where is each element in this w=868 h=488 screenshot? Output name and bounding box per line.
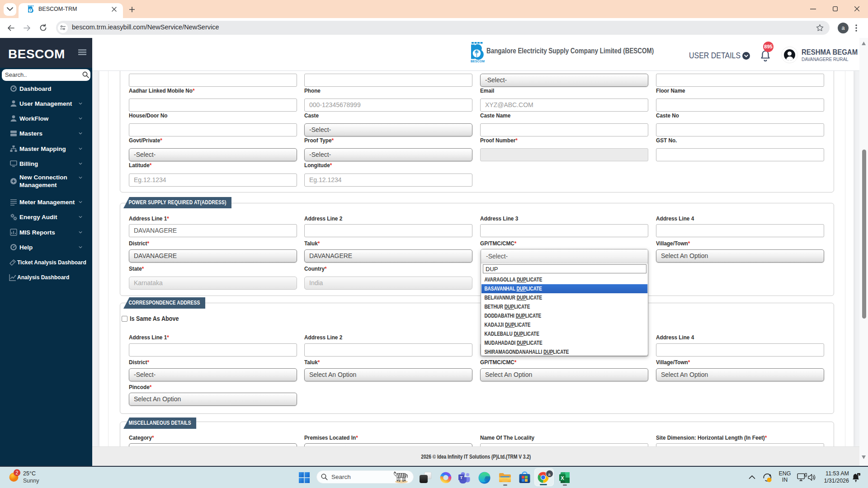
svg-text:2: 2 xyxy=(16,470,19,475)
svg-text:X: X xyxy=(561,475,564,481)
svg-text:T: T xyxy=(460,475,463,480)
svg-text:BESCOM: BESCOM xyxy=(471,60,485,63)
